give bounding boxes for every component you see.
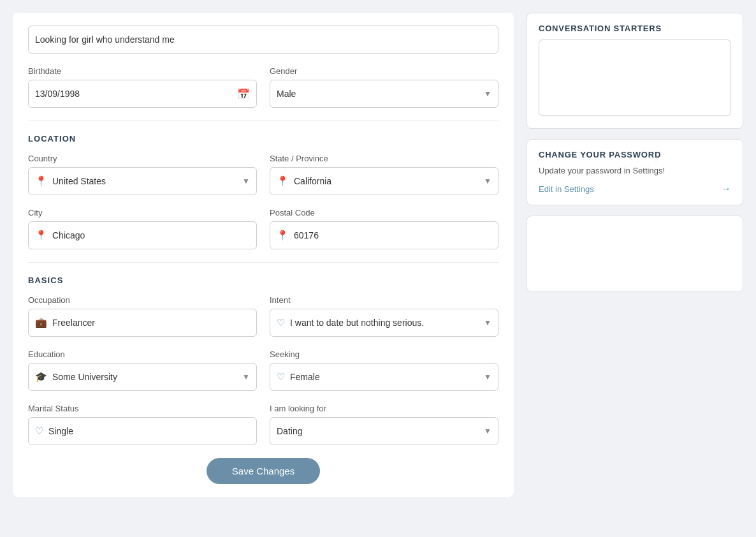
postal-group: Postal Code 📍 xyxy=(270,208,498,249)
seeking-chevron-icon: ▼ xyxy=(484,372,491,381)
intent-select-wrapper[interactable]: ♡ I want to date but nothing serious. Lo… xyxy=(270,309,498,337)
state-group: State / Province 📍 California New York T… xyxy=(270,154,498,195)
looking-for-select[interactable]: Dating Friendship Marriage Casual xyxy=(277,426,484,436)
country-label: Country xyxy=(28,154,257,163)
state-pin-icon: 📍 xyxy=(277,175,289,187)
country-state-row: Country 📍 United States Canada UK Austra… xyxy=(28,154,498,195)
intent-chevron-icon: ▼ xyxy=(484,318,491,327)
gender-select[interactable]: Male Female Other xyxy=(277,89,484,99)
city-pin-icon: 📍 xyxy=(35,230,47,241)
change-password-title: CHANGE YOUR PASSWORD xyxy=(539,150,731,159)
education-chevron-icon: ▼ xyxy=(242,372,250,381)
looking-for-label: I am looking for xyxy=(270,404,498,413)
education-select[interactable]: Some University High School College Grad… xyxy=(52,372,242,382)
country-chevron-icon: ▼ xyxy=(242,177,250,186)
occupation-group: Occupation 💼 xyxy=(28,295,257,337)
country-group: Country 📍 United States Canada UK Austra… xyxy=(28,154,257,195)
city-label: City xyxy=(28,208,257,217)
occupation-input-wrapper: 💼 xyxy=(28,309,257,337)
conversation-starters-card: CONVERSATION STARTERS xyxy=(527,13,743,129)
birthdate-input[interactable] xyxy=(35,89,237,99)
postal-input-wrapper: 📍 xyxy=(270,221,498,249)
birthdate-label: Birthdate xyxy=(28,66,257,76)
country-select[interactable]: United States Canada UK Australia xyxy=(52,176,242,186)
education-seeking-row: Education 🎓 Some University High School … xyxy=(28,349,498,391)
conversation-starters-title: CONVERSATION STARTERS xyxy=(539,24,731,33)
save-button[interactable]: Save Changes xyxy=(207,458,320,484)
state-select-wrapper[interactable]: 📍 California New York Texas Florida ▼ xyxy=(270,167,498,195)
city-postal-row: City 📍 Postal Code 📍 xyxy=(28,208,498,249)
edit-settings-label: Edit in Settings xyxy=(539,184,594,194)
intent-heart-icon: ♡ xyxy=(277,317,285,328)
conversation-starters-textarea[interactable] xyxy=(539,40,731,116)
seeking-select[interactable]: Female Male Non-binary Any xyxy=(290,372,484,382)
gender-select-wrapper[interactable]: Male Female Other ▼ xyxy=(270,80,498,108)
extra-sidebar-card xyxy=(527,216,743,292)
seeking-label: Seeking xyxy=(270,349,498,359)
state-chevron-icon: ▼ xyxy=(484,177,491,186)
arrow-right-icon: → xyxy=(721,183,731,195)
intent-label: Intent xyxy=(270,295,498,305)
country-select-wrapper[interactable]: 📍 United States Canada UK Australia ▼ xyxy=(28,167,257,195)
marital-label: Marital Status xyxy=(28,404,257,413)
seeking-group: Seeking ♡ Female Male Non-binary Any ▼ xyxy=(270,349,498,391)
save-btn-container: Save Changes xyxy=(28,458,498,484)
education-group: Education 🎓 Some University High School … xyxy=(28,349,257,391)
edit-settings-link[interactable]: Edit in Settings → xyxy=(539,183,731,195)
city-input-wrapper: 📍 xyxy=(28,221,257,249)
city-input[interactable] xyxy=(52,230,250,240)
seeking-heart-icon: ♡ xyxy=(277,371,285,383)
birthdate-input-wrapper: 📅 xyxy=(28,80,257,108)
looking-for-group: I am looking for Dating Friendship Marri… xyxy=(270,404,498,445)
occupation-briefcase-icon: 💼 xyxy=(35,317,47,328)
marital-select[interactable]: Single Divorced Widowed xyxy=(48,426,250,436)
birthdate-gender-row: Birthdate 📅 Gender Male Female Other ▼ xyxy=(28,66,498,108)
divider-location xyxy=(28,121,498,121)
gender-group: Gender Male Female Other ▼ xyxy=(270,66,498,108)
looking-for-chevron-icon: ▼ xyxy=(484,427,491,436)
gender-chevron-icon: ▼ xyxy=(484,89,491,98)
bio-section xyxy=(28,26,498,54)
bio-input[interactable] xyxy=(35,34,491,45)
intent-group: Intent ♡ I want to date but nothing seri… xyxy=(270,295,498,337)
sidebar: CONVERSATION STARTERS CHANGE YOUR PASSWO… xyxy=(527,13,743,497)
marital-heart-icon: ♡ xyxy=(35,425,43,437)
country-pin-icon: 📍 xyxy=(35,175,47,187)
state-label: State / Province xyxy=(270,154,498,163)
change-password-subtitle: Update your password in Settings! xyxy=(539,166,731,175)
marital-group: Marital Status ♡ Single Divorced Widowed xyxy=(28,404,257,445)
postal-pin-icon: 📍 xyxy=(277,230,289,241)
occupation-intent-row: Occupation 💼 Intent ♡ I want to date but… xyxy=(28,295,498,337)
location-section-header: LOCATION xyxy=(28,134,498,143)
state-select[interactable]: California New York Texas Florida xyxy=(294,176,484,186)
birthdate-group: Birthdate 📅 xyxy=(28,66,257,108)
divider-basics xyxy=(28,262,498,263)
education-cap-icon: 🎓 xyxy=(35,371,47,383)
seeking-select-wrapper[interactable]: ♡ Female Male Non-binary Any ▼ xyxy=(270,363,498,391)
postal-label: Postal Code xyxy=(270,208,498,217)
occupation-label: Occupation xyxy=(28,295,257,305)
basics-section-header: BASICS xyxy=(28,276,498,285)
looking-for-select-wrapper[interactable]: Dating Friendship Marriage Casual ▼ xyxy=(270,417,498,445)
change-password-card: CHANGE YOUR PASSWORD Update your passwor… xyxy=(527,139,743,205)
city-group: City 📍 xyxy=(28,208,257,249)
bio-input-wrapper xyxy=(28,26,498,54)
marital-select-wrapper[interactable]: ♡ Single Divorced Widowed xyxy=(28,417,257,445)
intent-select[interactable]: I want to date but nothing serious. Look… xyxy=(290,318,484,328)
education-select-wrapper[interactable]: 🎓 Some University High School College Gr… xyxy=(28,363,257,391)
postal-input[interactable] xyxy=(294,230,491,240)
marital-looking-row: Marital Status ♡ Single Divorced Widowed… xyxy=(28,404,498,445)
occupation-input[interactable] xyxy=(52,318,250,328)
education-label: Education xyxy=(28,349,257,359)
calendar-icon[interactable]: 📅 xyxy=(237,88,250,100)
gender-label: Gender xyxy=(270,66,498,76)
